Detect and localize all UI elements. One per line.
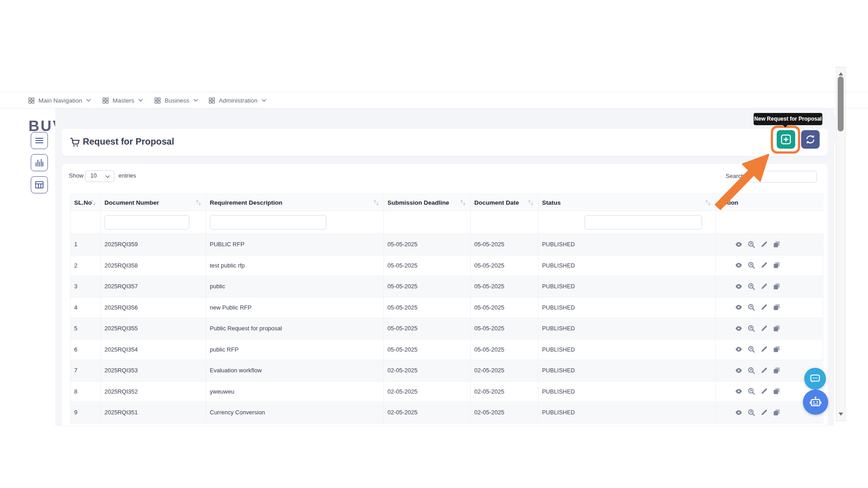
nav-item-masters[interactable]: Masters [103,92,143,108]
preview-zoom-icon[interactable] [748,325,755,332]
copy-icon[interactable] [773,325,780,332]
view-icon[interactable] [735,304,742,311]
top-header: BUVI 4 Admin Serum Serum [0,51,868,92]
grid-icon [209,98,215,103]
edit-icon[interactable] [760,388,768,395]
preview-zoom-icon[interactable] [748,409,755,416]
preview-zoom-icon[interactable] [748,304,755,311]
edit-icon[interactable] [760,262,768,269]
column-header-action: Action [716,194,824,211]
sort-icon[interactable] [196,200,201,206]
column-header-document-number[interactable]: Document Number [101,194,206,211]
cell-slno: 1 [71,234,101,255]
view-icon[interactable] [735,367,742,374]
column-header-status[interactable]: Status [538,194,716,211]
scrollbar-thumb[interactable] [838,76,844,131]
column-header-slno[interactable]: SL.No [71,194,101,211]
nav-item-main-navigation[interactable]: Main Navigation [28,92,91,108]
filter-cell [101,211,206,234]
chat-button[interactable] [804,368,826,389]
requirement-description-filter-input[interactable] [210,215,326,230]
cell-document-number: 2025RQI354 [101,339,206,361]
edit-icon[interactable] [760,367,768,374]
page-title-bar: Request for Proposal [62,129,828,156]
edit-icon[interactable] [760,346,768,353]
cell-status: PUBLISHED [538,339,716,361]
refresh-button[interactable] [801,130,820,149]
view-icon[interactable] [735,346,742,353]
view-icon[interactable] [735,283,742,290]
table-row: 2 2025RQI358 test public rfp 05-05-2025 … [71,255,823,277]
view-icon[interactable] [735,262,742,269]
view-icon[interactable] [735,325,742,332]
sidebar-menu-button[interactable] [31,132,48,149]
preview-zoom-icon[interactable] [748,367,755,374]
menu-icon [35,136,44,145]
cell-requirement-description: PUBLIC RFP [206,234,384,255]
status-filter-input[interactable] [585,215,702,230]
edit-icon[interactable] [760,325,768,332]
page: BUVI 4 Admin Serum Serum Main Navigation… [0,0,868,488]
table-row: 4 2025RQI356 new Public RFP 05-05-2025 0… [71,297,823,319]
cell-status: PUBLISHED [538,255,716,277]
column-header-submission-deadline[interactable]: Submission Deadline [384,194,471,211]
tooltip-text: New Request for Proposal [754,116,821,122]
sort-icon[interactable] [528,200,533,206]
copy-icon[interactable] [773,409,780,416]
sort-icon[interactable] [705,200,711,206]
cell-submission-deadline: 02-05-2025 [384,381,471,403]
table-row: 7 2025RQI353 Evaluation workflow 02-05-2… [71,360,823,381]
cell-submission-deadline: 05-05-2025 [384,255,471,277]
view-icon[interactable] [735,241,742,248]
cell-slno: 3 [71,276,101,297]
view-icon[interactable] [735,388,742,395]
preview-zoom-icon[interactable] [748,388,755,395]
copy-icon[interactable] [773,283,780,290]
search-input[interactable] [749,171,817,183]
scroll-up-arrow[interactable] [839,70,843,75]
cell-document-number: 2025RQI351 [101,402,206,423]
sort-icon[interactable] [373,200,379,206]
nav-item-business[interactable]: Business [155,92,198,108]
preview-zoom-icon[interactable] [748,241,755,248]
sidebar-table-button[interactable] [31,176,48,193]
cell-slno: 2 [71,255,101,277]
edit-icon[interactable] [760,409,768,416]
cell-status: PUBLISHED [538,276,716,297]
preview-zoom-icon[interactable] [748,346,755,353]
copy-icon[interactable] [773,304,780,311]
view-icon[interactable] [735,409,742,416]
copy-icon[interactable] [773,346,780,353]
column-header-requirement-description[interactable]: Requirement Description [206,194,384,211]
scrollbar[interactable] [836,67,845,421]
sort-icon[interactable] [460,200,466,206]
copy-icon[interactable] [773,241,780,248]
edit-icon[interactable] [760,304,768,311]
main-menu-bar: Main Navigation Masters Business Adminis… [0,92,868,108]
nav-label: Business [165,97,189,104]
sidebar-chart-button[interactable] [31,154,48,171]
cell-document-date: 05-05-2025 [471,297,538,319]
preview-zoom-icon[interactable] [748,262,755,269]
edit-icon[interactable] [760,283,768,290]
edit-icon[interactable] [760,241,768,248]
copy-icon[interactable] [773,262,780,269]
copy-icon[interactable] [773,388,780,395]
cell-slno: 8 [71,381,101,403]
page-size-select[interactable]: 10 [85,170,114,182]
copy-icon[interactable] [773,367,780,374]
preview-zoom-icon[interactable] [748,283,755,290]
filter-cell [716,211,824,234]
scroll-down-arrow[interactable] [839,413,843,418]
column-header-document-date[interactable]: Document Date [471,194,538,211]
bot-button[interactable] [803,389,828,415]
cell-document-date: 02-05-2025 [471,381,538,403]
document-number-filter-input[interactable] [104,215,189,230]
cell-submission-deadline: 05-05-2025 [384,276,471,297]
sort-icon[interactable] [90,200,96,206]
cell-requirement-description: test public rfp [206,255,384,277]
table-filter-row [71,211,823,234]
page-title: Request for Proposal [83,136,174,147]
cell-requirement-description: new Public RFP [206,297,384,319]
nav-item-administration[interactable]: Administration [209,92,266,108]
